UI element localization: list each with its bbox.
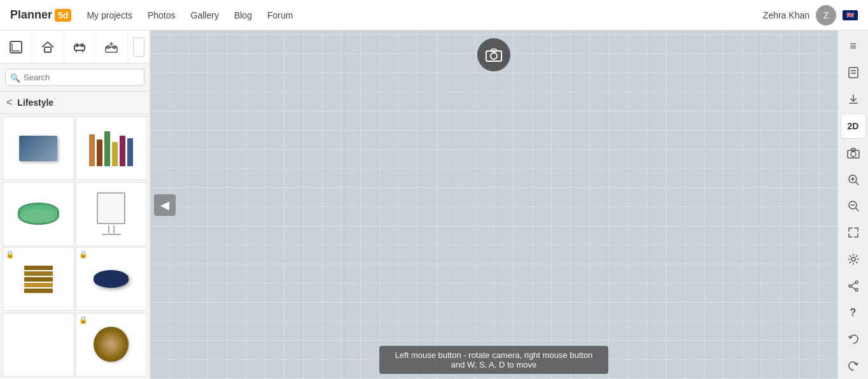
svg-point-75 bbox=[851, 152, 856, 157]
help-button[interactable]: ? bbox=[841, 300, 866, 325]
svg-line-89 bbox=[851, 287, 855, 289]
item-whiteboard[interactable] bbox=[76, 182, 148, 246]
lock-icon: 🔒 bbox=[6, 250, 15, 259]
stack-preview bbox=[24, 266, 53, 293]
top-nav: Planner 5d My projects Photos Gallery Bl… bbox=[0, 0, 868, 31]
user-area: Zehra Khan Z 🇬🇧 bbox=[763, 5, 858, 25]
item-books-stack[interactable] bbox=[76, 117, 148, 180]
logo-text: Planner bbox=[10, 8, 52, 22]
settings-button[interactable] bbox=[841, 247, 866, 272]
svg-point-85 bbox=[855, 281, 858, 283]
nav-gallery[interactable]: Gallery bbox=[191, 10, 219, 20]
flag-icon: 🇬🇧 bbox=[843, 10, 858, 20]
svg-line-88 bbox=[851, 283, 855, 285]
svg-line-78 bbox=[855, 182, 858, 185]
floor-select[interactable]: first floor second floor third floor bbox=[133, 38, 144, 57]
svg-point-87 bbox=[849, 285, 851, 287]
share-button[interactable] bbox=[841, 273, 866, 299]
search-input[interactable] bbox=[5, 69, 144, 86]
screenshot-button[interactable] bbox=[477, 38, 510, 71]
item-bathtub[interactable] bbox=[3, 182, 74, 246]
left-sidebar: first floor second floor third floor 🔍 <… bbox=[0, 31, 150, 379]
fit-button[interactable] bbox=[841, 220, 866, 245]
nav-forum[interactable]: Forum bbox=[267, 10, 293, 20]
zoom-out-button[interactable] bbox=[841, 194, 866, 219]
toolbar-row: first floor second floor third floor bbox=[0, 31, 150, 64]
category-header[interactable]: < Lifestyle bbox=[0, 92, 150, 114]
main-layout: first floor second floor third floor 🔍 <… bbox=[0, 31, 868, 379]
undo-button[interactable] bbox=[841, 327, 866, 352]
search-row: 🔍 bbox=[0, 64, 150, 92]
back-arrow-icon: < bbox=[6, 97, 12, 108]
svg-rect-70 bbox=[849, 68, 858, 78]
cylinder-preview bbox=[94, 270, 129, 288]
furniture-tool[interactable] bbox=[64, 31, 96, 64]
nav-links: My projects Photos Gallery Blog Forum bbox=[87, 10, 762, 20]
svg-point-13 bbox=[491, 53, 497, 59]
svg-point-84 bbox=[851, 257, 855, 261]
avatar[interactable]: Z bbox=[816, 5, 836, 25]
board-preview bbox=[97, 192, 125, 235]
item-book-pile[interactable]: 🔒 bbox=[3, 247, 74, 311]
nav-photos[interactable]: Photos bbox=[148, 10, 176, 20]
right-sidebar: ≡ 2D bbox=[837, 31, 868, 379]
book-preview bbox=[19, 136, 57, 161]
rug-preview bbox=[94, 327, 129, 362]
svg-line-82 bbox=[855, 208, 858, 211]
hint-bar: Left mouse button - rotate camera, right… bbox=[379, 346, 608, 374]
items-grid: 🔒 🔒 🔒 bbox=[0, 114, 150, 379]
center-canvas[interactable]: ◀ Left mouse button - rotate camera, rig… bbox=[150, 31, 837, 379]
menu-button[interactable]: ≡ bbox=[841, 33, 866, 59]
nav-blog[interactable]: Blog bbox=[234, 10, 252, 20]
logo-badge: 5d bbox=[55, 9, 71, 22]
zoom-in-button[interactable] bbox=[841, 167, 866, 192]
lock-icon-2: 🔒 bbox=[79, 250, 88, 259]
search-wrap: 🔍 bbox=[5, 69, 144, 86]
search-icon: 🔍 bbox=[10, 73, 20, 82]
hint-text: Left mouse button - rotate camera, right… bbox=[395, 350, 593, 369]
2d-button[interactable]: 2D bbox=[841, 113, 866, 139]
item-rug[interactable]: 🔒 bbox=[76, 313, 148, 376]
item-cylinder-pillow[interactable]: 🔒 bbox=[76, 247, 148, 311]
floor-select-wrapper: first floor second floor third floor bbox=[128, 38, 150, 57]
redo-button[interactable] bbox=[841, 354, 866, 379]
tub-preview bbox=[18, 203, 59, 225]
camera-button[interactable] bbox=[841, 140, 866, 166]
svg-point-86 bbox=[855, 289, 858, 291]
objects-tool[interactable] bbox=[96, 31, 128, 64]
item-book[interactable] bbox=[3, 117, 74, 180]
new-project-tool[interactable] bbox=[0, 31, 32, 64]
download-button[interactable] bbox=[841, 87, 866, 112]
books-preview bbox=[89, 131, 133, 166]
category-name: Lifestyle bbox=[17, 97, 53, 108]
item-extra[interactable] bbox=[3, 313, 74, 376]
lock-icon-3: 🔒 bbox=[79, 316, 88, 324]
files-button[interactable] bbox=[841, 60, 866, 85]
home-tool[interactable] bbox=[32, 31, 64, 64]
nav-my-projects[interactable]: My projects bbox=[87, 10, 132, 20]
canvas-background bbox=[150, 31, 837, 379]
svg-rect-1 bbox=[45, 47, 51, 52]
extra-preview bbox=[19, 327, 57, 362]
logo[interactable]: Planner 5d bbox=[10, 8, 71, 22]
user-name: Zehra Khan bbox=[763, 10, 809, 20]
nav-left-button[interactable]: ◀ bbox=[154, 194, 176, 216]
svg-rect-76 bbox=[851, 148, 855, 151]
